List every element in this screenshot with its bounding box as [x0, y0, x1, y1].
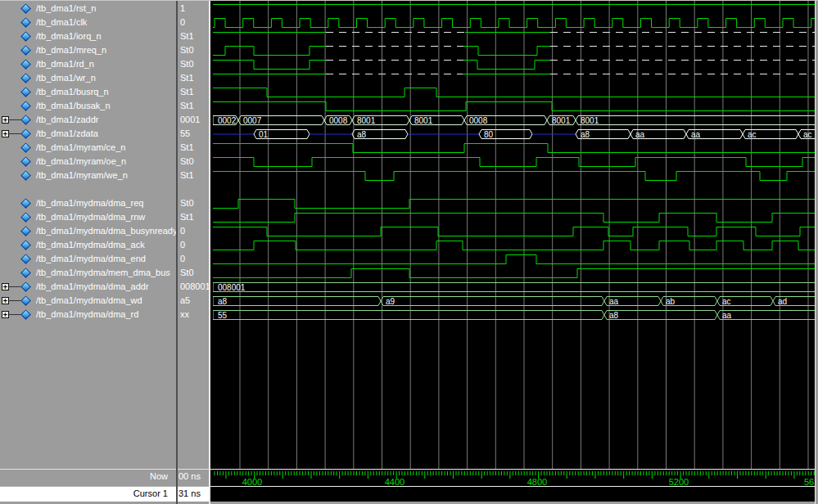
svg-text:ac: ac [722, 297, 731, 306]
cursor1-label: Cursor 1 [133, 488, 168, 498]
signal-value-dma-wd: a5 [180, 294, 209, 308]
diamond-icon [20, 3, 31, 14]
plus-box-icon[interactable]: + [2, 130, 9, 137]
signal-value-dma-ack: 0 [180, 238, 209, 252]
signal-row-busak-n[interactable]: /tb_dma1/busak_n [0, 99, 177, 113]
signal-value-dma-end: 0 [180, 252, 209, 266]
signal-name-label: /tb_dma1/mydma/dma_req [36, 196, 143, 210]
cursor-row: Cursor 1 31 ns [0, 486, 818, 502]
diamond-icon [20, 17, 31, 28]
now-row-left: Now 00 ns [0, 469, 210, 486]
signal-row-dma-rnw[interactable]: /tb_dma1/mydma/dma_rnw [0, 210, 177, 224]
signal-row-mem-dma-bus[interactable]: /tb_dma1/mydma/mem_dma_bus [0, 266, 177, 280]
diamond-icon [20, 73, 31, 83]
plus-box-icon[interactable]: + [2, 116, 9, 124]
signal-value-wr-n: St1 [180, 71, 209, 85]
signal-value-dma-req: St0 [180, 196, 209, 210]
plus-box-icon[interactable]: + [2, 297, 9, 304]
signal-name-label: /tb_dma1/myram/ce_n [36, 141, 125, 155]
signal-name-label: /tb_dma1/mydma/dma_rnw [36, 210, 145, 224]
modelsim-wave-window: /tb_dma1/rst_n/tb_dma1/clk/tb_dma1/iorq_… [0, 0, 818, 504]
signal-name-label: /tb_dma1/zdata [36, 127, 98, 141]
diamond-icon [20, 226, 31, 236]
signal-value-we-n: St1 [180, 169, 209, 182]
signal-value-dma-busynready: 0 [180, 224, 209, 238]
signal-value-clk: 0 [180, 16, 209, 29]
signal-name-label: /tb_dma1/rd_n [36, 57, 94, 71]
svg-text:4400: 4400 [385, 477, 404, 486]
signal-row-busrq-n[interactable]: /tb_dma1/busrq_n [0, 85, 177, 99]
svg-text:aa: aa [609, 297, 619, 306]
cursor1-value[interactable]: 31 ns [179, 488, 209, 498]
signal-row-dma-addr[interactable]: +/tb_dma1/mydma/dma_addr [0, 280, 177, 294]
diamond-icon [20, 115, 31, 125]
names-values-divider[interactable] [176, 0, 178, 504]
cursor-track[interactable] [210, 486, 815, 502]
values-wave-divider[interactable] [209, 0, 210, 504]
signal-value-busak-n: St1 [180, 99, 209, 113]
signal-name-label: /tb_dma1/myram/we_n [36, 169, 128, 182]
signal-name-label: /tb_dma1/rst_n [36, 2, 96, 16]
signal-row-iorq-n[interactable]: /tb_dma1/iorq_n [0, 29, 177, 43]
signal-row-we-n[interactable]: /tb_dma1/myram/we_n [0, 169, 177, 182]
signal-row-dma-req[interactable]: /tb_dma1/mydma/dma_req [0, 196, 177, 210]
signal-row-zaddr[interactable]: +/tb_dma1/zaddr [0, 113, 177, 127]
signal-row-clk[interactable]: /tb_dma1/clk [0, 16, 177, 29]
signal-name-label: /tb_dma1/iorq_n [36, 29, 102, 43]
signal-value-dma-rnw: St1 [180, 210, 209, 224]
diamond-icon [20, 254, 31, 264]
signal-row-rst-n[interactable]: /tb_dma1/rst_n [0, 2, 177, 16]
signal-row-dma-ack[interactable]: /tb_dma1/mydma/dma_ack [0, 238, 177, 252]
diamond-icon [20, 198, 31, 209]
signal-row-dma-end[interactable]: /tb_dma1/mydma/dma_end [0, 252, 177, 266]
signal-row-dma-busynready[interactable]: /tb_dma1/mydma/dma_busynready [0, 224, 177, 238]
waveform-area[interactable]: 0002000700088001800100088001800101a880a8… [210, 0, 815, 469]
signal-value-iorq-n: St1 [180, 29, 209, 43]
plus-box-icon[interactable]: + [2, 311, 9, 318]
signal-name-label: /tb_dma1/mydma/mem_dma_bus [36, 266, 170, 280]
signal-row-wr-n[interactable]: /tb_dma1/wr_n [0, 71, 177, 85]
svg-text:008001: 008001 [218, 283, 246, 292]
svg-text:aa: aa [691, 130, 701, 139]
svg-text:ad: ad [778, 297, 787, 306]
plus-box-icon[interactable]: + [2, 283, 9, 290]
signal-name-label: /tb_dma1/zaddr [36, 113, 98, 127]
signal-values-panel: 10St1St0St0St1St1St1000155St1St0St1St0St… [178, 0, 209, 469]
signal-value-dma-addr: 008001 [180, 280, 209, 294]
svg-text:8001: 8001 [414, 116, 433, 125]
svg-text:8001: 8001 [552, 116, 571, 125]
signal-value-busrq-n: St1 [180, 85, 209, 99]
svg-text:a8: a8 [609, 311, 619, 320]
signal-name-label: /tb_dma1/busrq_n [36, 85, 109, 99]
signal-name-label: /tb_dma1/mydma/dma_ack [36, 238, 145, 252]
now-value: 00 ns [179, 471, 209, 481]
diamond-icon [20, 128, 31, 139]
diamond-icon [20, 240, 31, 250]
signal-value-rd-n: St0 [180, 57, 209, 71]
signal-value-mreq-n: St0 [180, 43, 209, 57]
diamond-icon [20, 281, 31, 292]
signal-value-oe-n: St0 [180, 155, 209, 169]
diamond-icon [20, 101, 31, 111]
signal-row-dma-rd[interactable]: +/tb_dma1/mydma/dma_rd [0, 308, 177, 322]
diamond-icon [20, 170, 31, 181]
svg-text:a9: a9 [386, 297, 395, 306]
svg-text:8001: 8001 [581, 116, 599, 125]
signal-row-dma-wd[interactable]: +/tb_dma1/mydma/dma_wd [0, 294, 177, 308]
svg-text:5200: 5200 [669, 477, 689, 486]
signal-name-label: /tb_dma1/mydma/dma_wd [36, 294, 142, 308]
svg-text:0008: 0008 [469, 116, 488, 125]
signal-name-label: /tb_dma1/mydma/dma_rd [36, 308, 138, 322]
signal-row-oe-n[interactable]: /tb_dma1/myram/oe_n [0, 155, 177, 169]
signal-row-rd-n[interactable]: /tb_dma1/rd_n [0, 57, 177, 71]
diamond-icon [20, 31, 31, 42]
signal-name-label: /tb_dma1/mydma/dma_addr [36, 280, 149, 294]
svg-text:0007: 0007 [243, 116, 262, 125]
signal-names-panel: /tb_dma1/rst_n/tb_dma1/clk/tb_dma1/iorq_… [0, 0, 177, 468]
signal-row-ce-n[interactable]: /tb_dma1/myram/ce_n [0, 141, 177, 155]
signal-value-rst-n: 1 [180, 2, 209, 16]
svg-text:a8: a8 [357, 130, 367, 139]
signal-row-zdata[interactable]: +/tb_dma1/zdata [0, 127, 177, 141]
signal-row-mreq-n[interactable]: /tb_dma1/mreq_n [0, 43, 177, 57]
timeline-ruler[interactable]: 400044004800520056 [210, 469, 815, 486]
